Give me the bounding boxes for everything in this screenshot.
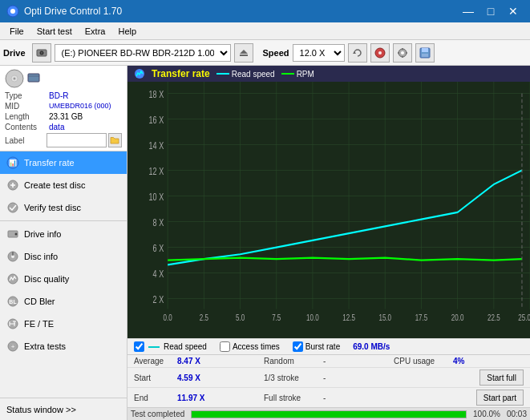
contents-value: data <box>49 123 64 131</box>
disc-quality-icon <box>6 273 19 285</box>
end-label: End <box>134 394 174 402</box>
contents-label: Contents <box>5 123 49 131</box>
burst-rate-cb-label: Burst rate <box>305 342 340 351</box>
menu-extra[interactable]: Extra <box>79 25 112 38</box>
nav-disc-quality[interactable]: Disc quality <box>0 268 127 290</box>
svg-text:📊: 📊 <box>9 159 17 167</box>
full-stroke-cell: Full stroke - <box>264 394 394 402</box>
window-title: Opti Drive Control 1.70 <box>24 6 458 17</box>
create-test-icon <box>6 179 19 192</box>
nav-disc-info[interactable]: i Disc info <box>0 245 127 268</box>
svg-text:i: i <box>12 251 14 256</box>
settings-button[interactable] <box>393 43 412 63</box>
nav-extra-tests[interactable]: + Extra tests <box>0 335 127 357</box>
cpu-cell: CPU usage 4% <box>394 357 524 365</box>
disc-button[interactable] <box>370 43 390 63</box>
speed-label: Speed <box>263 48 289 58</box>
progress-bar-fill <box>192 411 466 418</box>
drive-icon-btn[interactable] <box>32 43 51 63</box>
drive-label: Drive <box>3 48 26 58</box>
label-label: Label <box>5 136 47 145</box>
transfer-rate-icon: 📊 <box>6 156 19 169</box>
disc-panel: Type BD-R MID UMEBDR016 (000) Length 23.… <box>0 66 127 151</box>
svg-point-21 <box>14 78 16 80</box>
nav-fe-te[interactable]: FE / TE <box>0 313 127 335</box>
legend-row: Read speed Access times Burst rate 69.0 … <box>127 338 530 354</box>
speed-refresh-button[interactable] <box>348 43 367 63</box>
drive-info-label: Drive info <box>24 229 61 239</box>
nav-items: 📊 Transfer rate Create test disc Verify … <box>0 151 127 398</box>
nav-transfer-rate[interactable]: 📊 Transfer rate <box>0 151 127 174</box>
cd-bler-label: CD Bler <box>24 297 55 306</box>
burst-rate-cb-item: Burst rate <box>293 341 340 352</box>
status-window-button[interactable]: Status window >> <box>0 398 127 420</box>
svg-point-1 <box>10 9 15 14</box>
svg-text:25.0 GB: 25.0 GB <box>518 313 530 323</box>
burst-rate-checkbox[interactable] <box>293 341 303 352</box>
nav-cd-bler[interactable]: BL CD Bler <box>0 290 127 313</box>
svg-text:4 X: 4 X <box>153 269 164 280</box>
access-times-cb-item: Access times <box>220 341 280 352</box>
menu-start-test[interactable]: Start test <box>30 25 79 38</box>
stroke13-value: - <box>323 374 339 382</box>
start-full-button[interactable]: Start full <box>479 370 524 386</box>
end-cell: End 11.97 X <box>134 394 264 402</box>
status-window-label: Status window >> <box>6 405 76 414</box>
svg-rect-42 <box>127 82 530 338</box>
read-speed-legend-label: Read speed <box>232 70 275 79</box>
menu-file[interactable]: File <box>3 25 30 38</box>
svg-text:18 X: 18 X <box>149 89 164 100</box>
nav-verify-test-disc[interactable]: Verify test disc <box>0 196 127 219</box>
average-label: Average <box>134 357 174 365</box>
disc-length-row: Length 23.31 GB <box>5 112 122 121</box>
start-value: 4.59 X <box>177 374 217 382</box>
burst-rate-value: 69.0 MB/s <box>353 342 390 351</box>
toolbar: Drive (E:) PIONEER BD-RW BDR-212D 1.00 S… <box>0 40 530 66</box>
random-cell: Random - <box>264 357 394 365</box>
svg-marker-7 <box>353 51 356 54</box>
access-times-checkbox[interactable] <box>220 341 230 352</box>
label-folder-button[interactable] <box>108 133 122 147</box>
progress-status: Test completed <box>131 410 184 418</box>
eject-button[interactable] <box>234 43 253 63</box>
rpm-legend: RPM <box>281 70 314 79</box>
minimize-button[interactable]: — <box>458 3 479 19</box>
disc-header <box>5 69 122 88</box>
start-full-cell: Start full <box>394 370 524 386</box>
read-speed-legend-color <box>216 73 229 75</box>
svg-point-9 <box>378 51 382 55</box>
length-value: 23.31 GB <box>49 112 83 121</box>
stats-row-3: End 11.97 X Full stroke - Start part <box>127 388 530 407</box>
svg-text:+: + <box>11 343 15 350</box>
verify-test-icon <box>6 201 19 214</box>
menu-help[interactable]: Help <box>111 25 143 38</box>
disc-info-table: Type BD-R MID UMEBDR016 (000) Length 23.… <box>5 91 122 147</box>
label-input[interactable] <box>47 133 107 147</box>
start-part-cell: Start part <box>394 390 524 406</box>
stroke13-label: 1/3 stroke <box>264 374 320 382</box>
svg-point-29 <box>8 203 18 212</box>
drive-select[interactable]: (E:) PIONEER BD-RW BDR-212D 1.00 <box>55 44 231 62</box>
svg-text:8 X: 8 X <box>153 217 164 228</box>
svg-text:14 X: 14 X <box>149 140 164 151</box>
create-test-disc-label: Create test disc <box>24 180 85 190</box>
main-layout: Type BD-R MID UMEBDR016 (000) Length 23.… <box>0 66 530 420</box>
mid-label: MID <box>5 102 49 111</box>
close-button[interactable]: ✕ <box>503 3 524 19</box>
average-cell: Average 8.47 X <box>134 357 264 365</box>
disc-label-row: Label <box>5 133 122 147</box>
maximize-button[interactable]: □ <box>480 3 501 19</box>
svg-text:7.5: 7.5 <box>272 313 281 323</box>
nav-drive-info[interactable]: Drive info <box>0 223 127 245</box>
save-button[interactable] <box>415 43 435 63</box>
read-speed-checkbox[interactable] <box>134 341 144 352</box>
start-part-button[interactable]: Start part <box>476 390 524 406</box>
speed-select[interactable]: 12.0 X <box>293 44 345 62</box>
disc-info-label: Disc info <box>24 252 58 261</box>
progress-container: Test completed 100.0% 00:03 <box>127 407 530 420</box>
average-value: 8.47 X <box>177 357 217 365</box>
random-label: Random <box>264 357 320 365</box>
extra-tests-icon: + <box>6 340 19 353</box>
nav-create-test-disc[interactable]: Create test disc <box>0 174 127 196</box>
disc-type-row: Type BD-R <box>5 91 122 100</box>
